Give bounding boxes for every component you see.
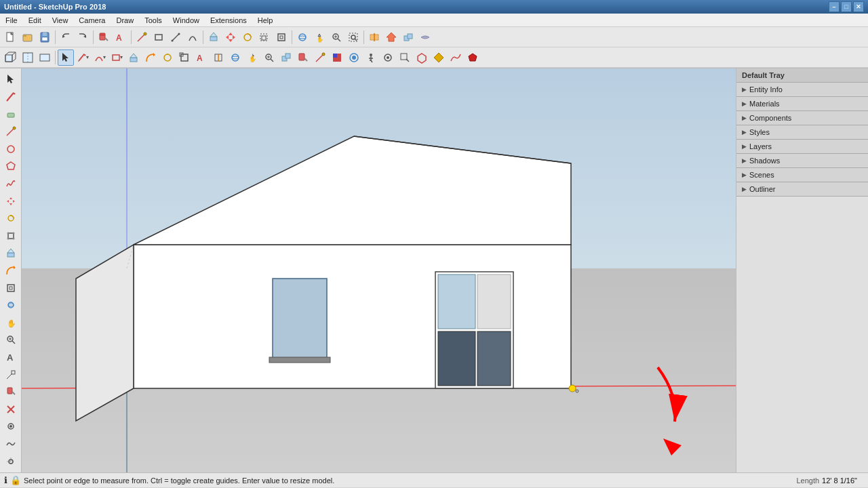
- lt-move[interactable]: [2, 192, 20, 209]
- tb2-dynamic[interactable]: [431, 49, 447, 66]
- svg-marker-96: [418, 54, 426, 63]
- tb-component[interactable]: [400, 29, 416, 45]
- lt-leader[interactable]: [2, 366, 20, 383]
- tb2-pan[interactable]: ✋: [244, 49, 260, 66]
- tb2-paint[interactable]: [295, 49, 311, 66]
- tb2-section[interactable]: [210, 49, 226, 66]
- tray-styles-header[interactable]: ▶ Styles: [736, 125, 868, 139]
- close-button[interactable]: ✕: [853, 1, 864, 12]
- tb-arc[interactable]: [184, 29, 201, 45]
- lt-paint[interactable]: [2, 384, 20, 401]
- lt-select[interactable]: [2, 71, 20, 88]
- tb2-lookaround[interactable]: [380, 49, 396, 66]
- tb2-scale[interactable]: [176, 49, 193, 66]
- tray-scenes-header[interactable]: ▶ Scenes: [736, 168, 868, 182]
- tb-offset[interactable]: [273, 29, 290, 45]
- maximize-button[interactable]: □: [841, 1, 852, 12]
- lt-zoom[interactable]: [2, 331, 20, 348]
- lt-text[interactable]: A: [2, 349, 20, 366]
- scene-svg[interactable]: [22, 68, 736, 472]
- lt-eraser[interactable]: [2, 106, 20, 123]
- tb-rotate[interactable]: [239, 29, 256, 45]
- menu-draw[interactable]: Draw: [111, 15, 139, 26]
- lt-followme[interactable]: [2, 262, 20, 279]
- tb-fog[interactable]: [417, 29, 433, 45]
- tb-paint[interactable]: [96, 29, 112, 45]
- tb-scale[interactable]: [256, 29, 273, 45]
- tb2-styles[interactable]: [346, 49, 362, 66]
- tb-redo[interactable]: [75, 29, 91, 45]
- tb-section[interactable]: [366, 29, 382, 45]
- menu-extensions[interactable]: Extensions: [205, 15, 252, 26]
- lt-orbit[interactable]: [2, 297, 20, 314]
- tb2-component2[interactable]: [414, 49, 430, 66]
- tb2-walk[interactable]: [363, 49, 379, 66]
- tb2-zoom[interactable]: [261, 49, 277, 66]
- tb-new[interactable]: [3, 29, 19, 45]
- tb-pushpull[interactable]: [205, 29, 222, 45]
- menu-window[interactable]: Window: [167, 15, 205, 26]
- tb-measure[interactable]: [134, 29, 150, 45]
- tb-zoom[interactable]: [328, 29, 344, 45]
- lt-freehand[interactable]: [2, 176, 20, 192]
- tb-line[interactable]: [167, 29, 184, 45]
- tb-open[interactable]: [20, 29, 36, 45]
- tb2-top[interactable]: [20, 49, 36, 66]
- tb2-select[interactable]: [58, 49, 74, 66]
- menu-camera[interactable]: Camera: [73, 15, 111, 26]
- lt-tape[interactable]: [2, 123, 20, 140]
- tray-outliner-header[interactable]: ▶ Outliner: [736, 182, 868, 196]
- tb-undo[interactable]: [58, 29, 74, 45]
- tb2-pencil[interactable]: ▾: [75, 49, 91, 66]
- tb-sep1: [55, 30, 56, 44]
- lt-polygon[interactable]: [2, 158, 20, 175]
- menu-tools[interactable]: Tools: [139, 15, 167, 26]
- lt-pencil[interactable]: [2, 89, 20, 106]
- tb-rect[interactable]: [151, 29, 167, 45]
- tb-move[interactable]: [222, 29, 239, 45]
- menu-view[interactable]: View: [47, 15, 74, 26]
- lt-hide[interactable]: [2, 418, 20, 435]
- tray-materials-header[interactable]: ▶ Materials: [736, 97, 868, 110]
- lt-pan[interactable]: ✋: [2, 314, 20, 331]
- tb2-orbit[interactable]: [227, 49, 243, 66]
- tb2-tape[interactable]: [312, 49, 328, 66]
- lt-delete[interactable]: [2, 401, 20, 418]
- tb-orbit[interactable]: [294, 29, 311, 45]
- tray-components-header[interactable]: ▶ Components: [736, 111, 868, 125]
- lt-pushpull[interactable]: [2, 245, 20, 262]
- tb2-component[interactable]: [278, 49, 294, 66]
- tb2-ruby[interactable]: [465, 49, 481, 66]
- tb2-3dview[interactable]: [3, 49, 19, 66]
- tb2-material[interactable]: [329, 49, 345, 66]
- minimize-button[interactable]: –: [829, 1, 840, 12]
- tb2-zoomwindow[interactable]: [397, 49, 413, 66]
- tray-shadows-header[interactable]: ▶ Shadows: [736, 154, 868, 167]
- lt-smooth[interactable]: [2, 436, 20, 453]
- menu-edit[interactable]: Edit: [23, 15, 47, 26]
- tb2-3dtext[interactable]: A: [193, 49, 210, 66]
- tray-layers-header[interactable]: ▶ Layers: [736, 140, 868, 153]
- tb2-pushpull[interactable]: [125, 49, 142, 66]
- tb2-shape[interactable]: ▾: [108, 49, 125, 66]
- svg-marker-120: [14, 266, 16, 269]
- menu-file[interactable]: File: [0, 15, 23, 26]
- tb-zoom-extents[interactable]: [345, 29, 361, 45]
- lt-circle[interactable]: [2, 140, 20, 157]
- tb2-front[interactable]: [37, 49, 53, 66]
- lt-offset[interactable]: [2, 279, 20, 296]
- menu-help[interactable]: Help: [252, 15, 279, 26]
- tb2-arc[interactable]: ▾: [92, 49, 108, 66]
- tb-pan[interactable]: ✋: [311, 29, 328, 45]
- tb2-followme[interactable]: [142, 49, 159, 66]
- lt-scale[interactable]: [2, 227, 20, 244]
- tb-home[interactable]: [383, 29, 399, 45]
- lt-rotate[interactable]: [2, 210, 20, 227]
- canvas-area[interactable]: [22, 68, 736, 472]
- lt-origin[interactable]: [2, 453, 20, 470]
- tb-save[interactable]: [37, 29, 53, 45]
- tb2-rotate[interactable]: [159, 49, 176, 66]
- tb2-sandbox[interactable]: [448, 49, 464, 66]
- tray-entity-info-header[interactable]: ▶ Entity Info: [736, 83, 868, 96]
- tb-3dtext[interactable]: A: [113, 29, 129, 45]
